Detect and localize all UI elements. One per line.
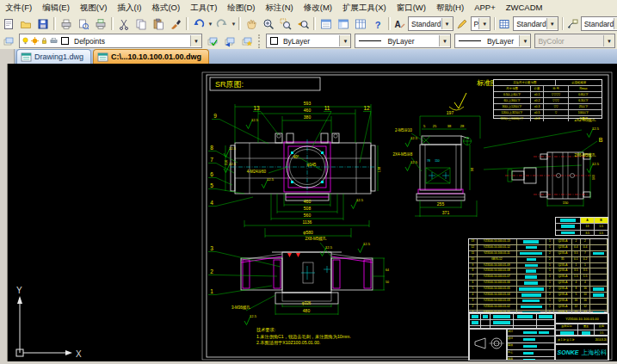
dim-text: 4-M24深60 [247,170,267,174]
undo-icon [193,18,205,30]
dim-text: 40° [293,155,299,159]
balloon-4: 4 [210,200,213,206]
paste-button[interactable] [150,15,167,32]
standard-toolbar: ▼▼? A Standard▼ P▼ Standard▼ Standard▼ [0,15,617,34]
plot-button[interactable] [92,15,109,32]
layer-previous-button[interactable] [221,33,238,49]
zwcad-window: 文件(F)编辑(E)视图(V)插入(I)格式(O)工具(T)绘图(D)标注(N)… [0,0,617,364]
balloon-13: 13 [253,105,260,111]
chevron-down-icon[interactable]: ▼ [478,18,490,29]
dim-text: 78 [427,159,430,163]
menu-item-0[interactable]: 文件(F) [0,1,37,15]
copy-button[interactable] [133,15,150,32]
multileader-icon [566,18,578,30]
menu-item-10[interactable]: 窗口(W) [392,1,431,15]
menu-item-5[interactable]: 工具(T) [185,1,222,15]
dim-text: 12.5 [592,126,600,131]
side-view-dims [415,116,480,217]
save-icon [37,18,49,30]
dim-text: 197 [447,110,454,115]
balloon-7: 7 [210,157,213,163]
bom-row-11: 11YZ3100.10.100.01-112Q235-A3.57 [469,251,608,257]
bom-table: 13YZ3100.10.100.01-131Q235-A2212YZ3100.1… [468,238,608,312]
zoom-previous-icon [297,18,309,30]
cut-button[interactable] [115,15,133,32]
design-center-icon [337,18,349,30]
menu-item-7[interactable]: 标注(N) [261,1,299,15]
linetype-combo[interactable]: ByLayer▼ [355,34,450,48]
dim-style-combo[interactable]: P▼ [471,16,491,31]
menu-item-3[interactable]: 插入(I) [112,1,146,15]
company-logo: SONKE [558,349,579,355]
menu-item-6[interactable]: 绘图(D) [222,1,260,15]
menu-item-4[interactable]: 格式(O) [146,1,185,15]
dim-text: 12.5 [410,136,418,140]
dim-text: B [599,137,603,143]
preview-button[interactable] [75,15,92,32]
dropdown-caret[interactable]: ▼ [207,22,213,27]
tool-palettes-button[interactable] [352,15,369,32]
open-button[interactable] [17,15,34,32]
menu-item-13[interactable]: ZWCADM [501,1,548,15]
save-button[interactable] [34,15,52,32]
chevron-down-icon[interactable]: ▼ [339,35,350,46]
balloon-6: 6 [210,171,213,177]
ucs-y-label: Y [16,286,22,295]
match-props-button[interactable] [167,15,184,32]
balloon-8: 8 [210,145,213,151]
document-tab-0[interactable]: Drawing1.dwg [16,49,91,64]
design-center-button[interactable] [335,15,352,32]
mleader-style-combo[interactable]: Standard▼ [581,16,617,31]
text-style-button[interactable]: A [392,15,406,32]
chevron-down-icon[interactable]: ▼ [441,18,453,29]
svg-text:A: A [394,20,400,29]
chevron-down-icon[interactable]: ▼ [614,18,617,29]
menu-item-1[interactable]: 编辑(E) [37,1,75,15]
drawing-canvas[interactable]: Y X [0,64,617,364]
chevron-down-icon[interactable]: ▼ [519,35,530,46]
menu-item-12[interactable]: APP+ [469,1,501,15]
menu-item-8[interactable]: 修改(M) [299,1,337,15]
dim-style-button[interactable] [455,15,469,32]
chevron-down-icon[interactable]: ▼ [546,18,558,29]
help-button[interactable]: ? [369,15,386,32]
dropdown-caret[interactable]: ▼ [231,22,237,27]
tool-palettes-icon [355,18,367,30]
dwg-file-icon [21,52,32,62]
dim-text: 2X8-M5螺孔 [305,236,327,241]
zoom-previous-button[interactable] [294,15,312,32]
print-button[interactable] [58,15,75,32]
zoom-realtime-button[interactable] [260,15,277,32]
dim-text: 50 [386,281,389,284]
lock-icon [40,36,48,46]
pan-button[interactable] [243,15,260,32]
chevron-down-icon[interactable]: ▼ [439,35,450,46]
table-style-combo[interactable]: Standard▼ [513,16,558,31]
menu-item-9[interactable]: 扩展工具(X) [337,1,392,15]
layer-manager-icon [3,35,15,47]
undo-button[interactable] [190,15,207,32]
dim-text: 160 [592,175,595,180]
color-combo[interactable]: ByLayer▼ [266,34,352,48]
layer-combo[interactable]: Defpoints ▼ [19,34,202,48]
dim-text: 5 [423,124,426,128]
mleader-style-button[interactable] [565,15,579,32]
redo-button[interactable] [213,15,231,32]
menu-item-11[interactable]: 帮助(H) [431,1,469,15]
new-button[interactable] [0,15,17,32]
properties-palette-button[interactable] [318,15,335,32]
print-icon [60,18,72,30]
lineweight-combo[interactable]: ByLayer▼ [454,34,532,48]
layer-manager-button[interactable] [0,33,17,49]
note-line: 1.未注倒角C1，锐边去毛刺，未注圆角为10mm. [256,334,411,341]
zoom-window-button[interactable] [277,15,294,32]
view-b-geometry [505,141,597,207]
text-style-combo[interactable]: Standard▼ [408,16,453,31]
chevron-down-icon[interactable]: ▼ [190,35,201,46]
plot-icon [95,18,107,30]
table-style-button[interactable] [497,15,511,32]
layer-states-button[interactable] [238,33,256,49]
set-layer-current-button[interactable] [204,33,221,49]
menu-item-2[interactable]: 视图(V) [75,1,113,15]
document-tab-1[interactable]: C:\...10.10.100.01.00.dwg [93,49,209,64]
